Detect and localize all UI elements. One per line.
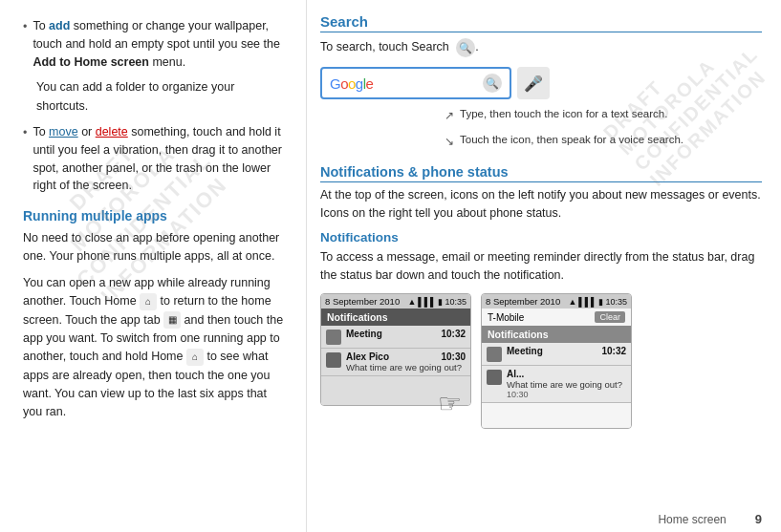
bullet-text-add: To add something or change your wallpape… bbox=[33, 17, 287, 71]
notif-section-title: Notifications & phone status bbox=[320, 164, 762, 182]
search-icon-button[interactable]: 🔍 bbox=[483, 74, 502, 93]
search-icon-inline: 🔍 bbox=[456, 38, 475, 57]
phone-time-2: 10:35 bbox=[605, 297, 627, 307]
battery-icon-2: ▮ bbox=[598, 297, 603, 307]
highlight-move: move bbox=[49, 125, 78, 138]
google-search-bar[interactable]: Google 🔍 bbox=[320, 67, 511, 99]
arrow-icon-2: ↘ bbox=[445, 134, 454, 149]
phone-notif-alex-time-2: 10:30 bbox=[507, 390, 626, 399]
phone-notif-item-meeting[interactable]: Meeting 10:32 bbox=[321, 326, 470, 349]
apptab-icon-inline: ▦ bbox=[163, 311, 181, 329]
phone-screen-2: 8 September 2010 ▲ ▌▌▌ ▮ 10:35 T-Mobile … bbox=[481, 293, 632, 429]
wifi-icon: ▲ bbox=[407, 297, 416, 307]
phone-notif-alex-body: Alex Pico 10:30 What time are we going o… bbox=[346, 351, 466, 372]
phone-date-1: 8 September 2010 bbox=[325, 296, 400, 307]
phone-status-bar-2: 8 September 2010 ▲ ▌▌▌ ▮ 10:35 bbox=[482, 294, 631, 309]
status-icons-2: ▲ ▌▌▌ ▮ 10:35 bbox=[568, 297, 627, 307]
phone-notif-alex-title: Alex Pico 10:30 bbox=[346, 351, 466, 362]
para-multiple-apps-1: No need to close an app before opening a… bbox=[23, 229, 287, 266]
phone-notif-item-alex[interactable]: Alex Pico 10:30 What time are we going o… bbox=[321, 349, 470, 376]
google-logo: Google bbox=[330, 75, 373, 92]
notif-section-desc: At the top of the screen, icons on the l… bbox=[320, 186, 762, 223]
phone-notif-header-1: Notifications bbox=[321, 309, 470, 326]
carrier-bar: T-Mobile Clear bbox=[482, 309, 631, 326]
bullet-section-add: • To add something or change your wallpa… bbox=[23, 17, 287, 195]
phone-notif-item-meeting-2[interactable]: Meeting 10:32 bbox=[482, 343, 631, 366]
phone-notif-meeting-title: Meeting 10:32 bbox=[346, 329, 466, 339]
page-container: • To add something or change your wallpa… bbox=[0, 0, 781, 532]
phone-notif-meeting-body: Meeting 10:32 bbox=[346, 329, 466, 339]
wifi-icon-2: ▲ bbox=[568, 297, 576, 307]
phone-time-1: 10:35 bbox=[445, 297, 466, 307]
phone-notif-item-alex-2[interactable]: Al... What time are we going out? 10:30 bbox=[482, 366, 631, 403]
footer-page-number: 9 bbox=[755, 512, 762, 526]
phone-mockup-2: 8 September 2010 ▲ ▌▌▌ ▮ 10:35 T-Mobile … bbox=[481, 293, 632, 429]
search-description: To search, touch Search 🔍. bbox=[320, 38, 762, 57]
annotations-area: ↗ Type, then touch the icon for a text s… bbox=[445, 107, 683, 149]
highlight-add: add bbox=[49, 19, 70, 32]
home-icon-inline-2: ⌂ bbox=[186, 349, 204, 366]
phone-notif-alex-msg: What time are we going out? bbox=[346, 362, 466, 372]
phone-notif-meeting-title-2: Meeting 10:32 bbox=[507, 346, 626, 356]
phone-mockup-1: 8 September 2010 ▲ ▌▌▌ ▮ 10:35 Notificat… bbox=[320, 293, 471, 429]
notif-sub-title: Notifications bbox=[320, 230, 762, 245]
left-column: • To add something or change your wallpa… bbox=[0, 0, 306, 532]
hand-cursor-icon: ☞ bbox=[438, 388, 462, 419]
home-icon-inline: ⌂ bbox=[140, 293, 157, 310]
phone-screen-bottom-2 bbox=[482, 403, 631, 428]
bullet-dot-2: • bbox=[23, 124, 27, 142]
arrow-icon-1: ↗ bbox=[445, 108, 454, 123]
bullet-text-move-delete: To move or delete something, touch and h… bbox=[33, 123, 287, 195]
folder-line: You can add a folder to organize your sh… bbox=[36, 78, 287, 116]
page-footer: Home screen 9 bbox=[658, 512, 762, 526]
notif-sub-desc: To access a message, email or meeting re… bbox=[320, 248, 762, 285]
footer-label: Home screen bbox=[658, 513, 726, 526]
right-column: Search To search, touch Search 🔍. Google… bbox=[306, 0, 781, 532]
phone-notif-alex-msg-2: What time are we going out? bbox=[507, 379, 626, 390]
carrier-name: T-Mobile bbox=[488, 312, 524, 323]
meeting-icon bbox=[326, 330, 341, 345]
signal-icon-2: ▌▌▌ bbox=[578, 297, 597, 307]
section-running-apps: Running multiple apps bbox=[23, 208, 287, 223]
search-section-title: Search bbox=[320, 13, 762, 32]
search-bar-wrapper: Google 🔍 🎤 ↗ Type, then touch the icon f… bbox=[320, 67, 683, 149]
para-multiple-apps-2: You can open a new app while already run… bbox=[23, 274, 287, 422]
bullet-dot-1: • bbox=[23, 18, 27, 36]
highlight-delete: delete bbox=[96, 125, 128, 138]
annotation-speak: ↘ Touch the icon, then speak for a voice… bbox=[445, 133, 683, 149]
annotation-type: ↗ Type, then touch the icon for a text s… bbox=[445, 107, 683, 123]
bullet-item-move-delete: • To move or delete something, touch and… bbox=[23, 123, 287, 195]
highlight-add-to-home: Add to Home screen bbox=[33, 55, 149, 69]
clear-button[interactable]: Clear bbox=[595, 311, 625, 323]
alex-icon-2 bbox=[487, 370, 502, 385]
alex-icon bbox=[326, 352, 341, 368]
phone-date-2: 8 September 2010 bbox=[486, 296, 560, 307]
phone-notif-alex-body-2: Al... What time are we going out? 10:30 bbox=[507, 369, 626, 399]
status-icons-1: ▲ ▌▌▌ ▮ 10:35 bbox=[407, 297, 466, 307]
search-bar-area: Google 🔍 🎤 ↗ Type, then touch the icon f… bbox=[320, 67, 762, 149]
mic-button[interactable]: 🎤 bbox=[517, 67, 550, 99]
phone-notif-alex-title-2: Al... bbox=[507, 369, 626, 379]
phone-notif-header-2: Notifications bbox=[482, 326, 631, 343]
battery-icon: ▮ bbox=[438, 297, 443, 307]
bullet-item-add: • To add something or change your wallpa… bbox=[23, 17, 287, 71]
phone-notif-meeting-body-2: Meeting 10:32 bbox=[507, 346, 626, 356]
phone-status-bar-1: 8 September 2010 ▲ ▌▌▌ ▮ 10:35 bbox=[321, 294, 470, 309]
meeting-icon-2 bbox=[487, 347, 502, 362]
phone-mockups: 8 September 2010 ▲ ▌▌▌ ▮ 10:35 Notificat… bbox=[320, 293, 762, 429]
signal-icon: ▌▌▌ bbox=[418, 297, 436, 307]
